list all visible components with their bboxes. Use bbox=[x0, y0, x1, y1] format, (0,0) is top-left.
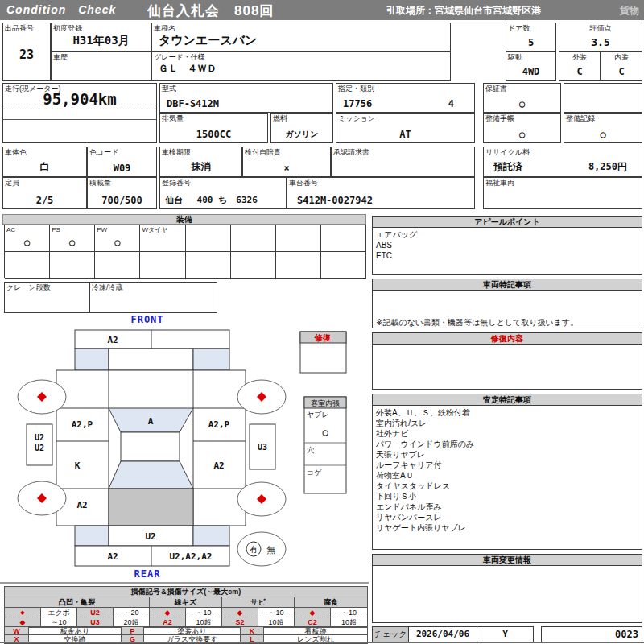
registration-number-value: 仙台 400 ち 6326 bbox=[165, 194, 286, 206]
exterior-grade-label: 外装 bbox=[559, 53, 600, 61]
panel-code: K bbox=[75, 460, 80, 471]
interior-grade-value: C bbox=[601, 66, 642, 77]
code-desc: 塗装あり bbox=[144, 627, 241, 635]
history-label: 車歴 bbox=[53, 53, 68, 61]
panel-code: A2,P bbox=[208, 419, 230, 430]
doors-value: 5 bbox=[506, 37, 555, 48]
equipment-cell-empty bbox=[231, 252, 276, 279]
mileage-value-row: 95,904km bbox=[3, 84, 156, 109]
damage-desc: ～10 bbox=[186, 608, 222, 617]
repair-details-title: 修復内容 bbox=[373, 333, 642, 345]
exterior-grade-value: C bbox=[559, 66, 600, 77]
grade-value: ＧＬ ４ＷＤ bbox=[159, 62, 450, 76]
section-divider bbox=[0, 582, 369, 584]
insurance-cell: 検付自賠責 × bbox=[242, 147, 331, 177]
panel-front-bumper-right bbox=[151, 330, 229, 349]
assessment-body: 外装А、Ｕ、Ｓ、鉄粉付着 室内汚れ/スレ 社外ナビ パワーウインドウ前席のみ 天… bbox=[373, 406, 642, 535]
assessment-panel: 査定特記事項 外装А、Ｕ、Ｓ、鉄粉付着 室内汚れ/スレ 社外ナビ パワーウインド… bbox=[372, 394, 642, 550]
maintenance-book-cell: 整備手帳 ○ bbox=[483, 113, 561, 143]
interior-grade-cell: 内装 C bbox=[601, 52, 642, 80]
vehicle-notes-footnote: ※記載のない書類・機器等は無しとして取り扱います。 bbox=[376, 317, 578, 328]
repair-details-panel: 修復内容 bbox=[372, 332, 642, 390]
grade-label: グレード・仕様 bbox=[154, 53, 205, 61]
body-color-cell: 車体色 白 bbox=[2, 147, 87, 177]
grade-cell: グレード・仕様 ＧＬ ４ＷＤ bbox=[151, 52, 451, 80]
assessment-item: 荷物室АＵ bbox=[376, 470, 638, 481]
panel-code: U2 bbox=[35, 444, 44, 452]
equipment-cell-wtire: Wタイヤ bbox=[140, 225, 185, 252]
maintenance-record-label: 整備記録 bbox=[566, 114, 595, 122]
panel-code: A2,P bbox=[72, 419, 93, 430]
inspection-expiry-label: 車検期限 bbox=[162, 148, 191, 156]
score-value: 3.5 bbox=[559, 36, 642, 48]
appeal-title: アピールポイント bbox=[373, 217, 642, 228]
equipment-cell-empty bbox=[186, 225, 231, 252]
damage-legend-title: 損傷記号＆損傷サイズ(～最大cm) bbox=[5, 587, 367, 597]
front-label: FRONT bbox=[130, 314, 163, 325]
damage-symbol: ◆ bbox=[222, 608, 258, 617]
appeal-item: ETC bbox=[376, 250, 638, 261]
equipment-label: AC bbox=[6, 226, 15, 234]
damage-symbol: U2 bbox=[77, 608, 114, 617]
insurance-value: × bbox=[243, 163, 330, 174]
warranty-value: ○ bbox=[484, 98, 560, 109]
chassis-number-cell: 車台番号 S412M-0027942 bbox=[287, 177, 475, 209]
equipment-label: Wタイヤ bbox=[142, 226, 167, 234]
panel-code: U2,A2,A2 bbox=[170, 551, 213, 562]
crane-cell: クレーン段数 bbox=[4, 282, 90, 313]
recycle-fee-cell: リサイクル料 預託済 8,250円 bbox=[483, 147, 642, 177]
panel-rear-corner-left bbox=[75, 526, 109, 546]
approval-request-cell: 承認請求書 bbox=[331, 147, 475, 177]
capacity-value: 2/5 bbox=[3, 195, 86, 206]
panel-rear-window bbox=[109, 461, 193, 489]
check-label: チェック bbox=[373, 627, 409, 642]
interior-grade-label: 内装 bbox=[601, 53, 642, 61]
damage-legend-table: 損傷記号＆損傷サイズ(～最大cm) 凸凹・亀裂 線キズ サビ 腐食 ◆ エクボ … bbox=[4, 586, 368, 628]
drive-value: 4WD bbox=[506, 66, 555, 77]
assessment-title: 査定特記事項 bbox=[373, 394, 642, 406]
inspection-expiry-value: 抹消 bbox=[160, 160, 242, 174]
transmission-value: AT bbox=[336, 129, 474, 140]
appeal-body: エアバッグ ABS ETC bbox=[373, 228, 642, 262]
capacity-label: 定員 bbox=[5, 179, 19, 187]
equipment-cell-ac: AC○ bbox=[5, 225, 50, 252]
code-symbol: P bbox=[122, 627, 144, 635]
warranty-cell: 保証書 ○ bbox=[483, 83, 561, 113]
cabin-lining-row-label: コゲ bbox=[307, 469, 322, 477]
code-legend-row: W 板金あり P 塗装あり K 看板跡 bbox=[5, 627, 367, 635]
assessment-item: パワーウインドウ前席のみ bbox=[376, 439, 638, 449]
auction-sheet: Condition Check 仙台入札会 808回 引取場所：宮城県仙台市宮城… bbox=[0, 0, 644, 644]
recycle-status-value: 預託済 bbox=[493, 160, 522, 174]
equipment-cell-empty bbox=[50, 252, 95, 279]
damage-desc: ～20 bbox=[114, 608, 150, 617]
equipment-label: PW bbox=[97, 226, 107, 234]
damage-legend-row: ◆ エクボ U2 ～20 ◆ ～10 ◆ ～10 ◆ ～10 bbox=[5, 608, 367, 617]
drive-label: 駆動 bbox=[508, 53, 522, 61]
body-color-value: 白 bbox=[3, 160, 86, 174]
assessment-item: エンドパネル歪み bbox=[376, 502, 638, 512]
damage-group: サビ bbox=[222, 597, 295, 607]
change-info-body bbox=[373, 566, 642, 569]
pickup-location: 引取場所：宮城県仙台市宮城野区港 bbox=[386, 4, 541, 18]
color-code-label: 色コード bbox=[89, 148, 118, 156]
assessment-item: 外装А、Ｕ、Ｓ、鉄粉付着 bbox=[376, 407, 638, 418]
displacement-cell: 排気量 1500CC bbox=[159, 113, 268, 143]
transmission-cell: ミッション AT bbox=[336, 113, 475, 143]
panel-code: A2 bbox=[76, 500, 87, 510]
appeal-item: ABS bbox=[376, 240, 638, 250]
drive-cell: 駆動 4WD bbox=[506, 52, 556, 80]
equipment-mark: ○ bbox=[95, 237, 139, 248]
cabin-lining-title: 客室内張 bbox=[311, 399, 340, 407]
rear-label: REAR bbox=[134, 568, 161, 580]
maintenance-book-value: ○ bbox=[484, 129, 560, 140]
fuel-cell: 燃料 ガソリン bbox=[270, 113, 333, 143]
auction-title: 仙台入札会 808回 bbox=[147, 2, 274, 20]
assessment-item: リヤゲート内張りヤブレ bbox=[376, 522, 638, 533]
displacement-label: 排気量 bbox=[162, 114, 184, 122]
sheet-number: 0023 bbox=[541, 626, 642, 642]
car-damage-diagram: FRONT A2 A2,P K A2 bbox=[0, 314, 370, 584]
equipment-cell-pw: PW○ bbox=[95, 225, 140, 252]
model-code-cell: 型式 DBF-S412M bbox=[159, 83, 333, 113]
assessment-item: 室内汚れ/スレ bbox=[376, 418, 638, 428]
panel-cabin-roof bbox=[121, 432, 180, 461]
